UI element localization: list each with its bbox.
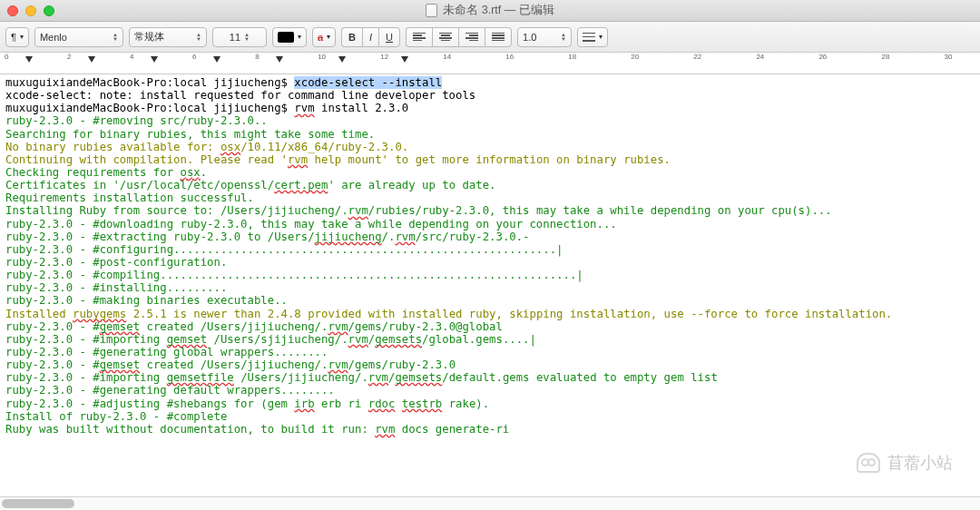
output-line: ruby-2.3.0 - #configuring...............… xyxy=(5,243,563,256)
paragraph-style-button[interactable]: ¶▾ xyxy=(5,27,29,47)
text-style-group: B I U xyxy=(341,27,400,47)
stepper-icon: ▲▼ xyxy=(244,33,250,42)
italic-button[interactable]: I xyxy=(362,27,378,47)
font-size-select[interactable]: 11 ▲▼ xyxy=(212,27,267,47)
output-line: ruby-2.3.0 - #removing src/ruby-2.3.0.. xyxy=(5,114,268,127)
stepper-icon: ▲▼ xyxy=(561,33,566,42)
align-right-button[interactable] xyxy=(458,27,485,47)
text-color-button[interactable]: ▾ xyxy=(272,27,307,47)
output-line: ruby-2.3.0 - #adjusting #shebangs for (g… xyxy=(5,397,489,410)
font-style-select[interactable]: 常规体 ▲▼ xyxy=(129,27,207,47)
align-center-button[interactable] xyxy=(432,27,458,47)
align-group xyxy=(406,27,512,47)
scrollbar-thumb[interactable] xyxy=(2,499,74,508)
output-line: ruby-2.3.0 - #importing gemset /Users/sj… xyxy=(5,333,536,346)
strike-icon: a xyxy=(318,32,323,43)
output-line: Continuing with compilation. Please read… xyxy=(5,153,671,166)
ruler[interactable]: 024681012141618202224262830 xyxy=(0,53,980,74)
bold-button[interactable]: B xyxy=(341,27,362,47)
window-title: 未命名 3.rtf — 已编辑 xyxy=(0,3,980,18)
format-toolbar: ¶▾ Menlo ▲▼ 常规体 ▲▼ 11 ▲▼ ▾ a ▾ B I U xyxy=(0,22,980,53)
watermark-text: 苜蓿小站 xyxy=(887,452,953,474)
output-line: Requirements installation successful. xyxy=(5,191,254,204)
output-line: No binary rubies available for: osx/10.1… xyxy=(5,141,408,153)
output-line: Ruby was built without documentation, to… xyxy=(5,423,509,436)
output-line: Searching for binary rubies, this might … xyxy=(5,128,375,141)
line-spacing-select[interactable]: 1.0 ▲▼ xyxy=(517,27,572,47)
title-text: 未命名 3.rtf — 已编辑 xyxy=(443,3,554,18)
stepper-icon: ▲▼ xyxy=(113,33,118,42)
align-left-button[interactable] xyxy=(406,27,432,47)
list-button[interactable]: ▾ xyxy=(577,27,608,47)
output-line: Installed rubygems 2.5.1 is newer than 2… xyxy=(5,308,892,320)
output-line: ruby-2.3.0 - #compiling.................… xyxy=(5,269,583,281)
output-line: ruby-2.3.0 - #installing......... xyxy=(5,281,227,294)
output-line: ruby-2.3.0 - #generating global wrappers… xyxy=(5,346,328,358)
output-line: Checking requirements for osx. xyxy=(5,166,207,179)
wechat-icon xyxy=(857,453,880,473)
output-line: ruby-2.3.0 - #generating default wrapper… xyxy=(5,384,335,397)
output-line: ruby-2.3.0 - #importing gemsetfile /User… xyxy=(5,371,718,384)
watermark: 苜蓿小站 xyxy=(857,452,953,474)
underline-button[interactable]: U xyxy=(378,27,400,47)
textedit-window: 未命名 3.rtf — 已编辑 ¶▾ Menlo ▲▼ 常规体 ▲▼ 11 ▲▼… xyxy=(0,0,980,510)
align-right-icon xyxy=(466,33,478,42)
titlebar: 未命名 3.rtf — 已编辑 xyxy=(0,0,980,22)
horizontal-scrollbar[interactable] xyxy=(0,496,980,510)
list-icon xyxy=(583,33,595,42)
output-line: ruby-2.3.0 - #gemset created /Users/jiji… xyxy=(5,358,456,371)
output-line: Certificates in '/usr/local/etc/openssl/… xyxy=(5,179,495,191)
output-line: xcode-select: note: install requested fo… xyxy=(5,89,475,102)
prompt: muxuguixiandeMacBook-Pro:local jijiuchen… xyxy=(5,76,294,89)
selected-text: xcode-select --install xyxy=(294,76,442,89)
color-swatch-icon xyxy=(278,32,294,43)
output-line: ruby-2.3.0 - #extracting ruby-2.3.0 to /… xyxy=(5,230,530,243)
output-line: ruby-2.3.0 - #making binaries executable… xyxy=(5,294,288,307)
output-line: ruby-2.3.0 - #gemset created /Users/jiji… xyxy=(5,320,503,333)
align-left-icon xyxy=(413,33,426,42)
output-line: Install of ruby-2.3.0 - #complete xyxy=(5,410,227,423)
document-icon xyxy=(426,4,437,17)
align-center-icon xyxy=(439,33,452,42)
align-justify-icon xyxy=(492,33,505,42)
align-justify-button[interactable] xyxy=(485,27,512,47)
prompt: muxuguixiandeMacBook-Pro:local jijiuchen… xyxy=(5,102,294,114)
strike-color-button[interactable]: a ▾ xyxy=(312,27,336,47)
document-content[interactable]: muxuguixiandeMacBook-Pro:local jijiuchen… xyxy=(0,74,980,496)
stepper-icon: ▲▼ xyxy=(196,33,201,42)
output-line: ruby-2.3.0 - #post-configuration. xyxy=(5,256,227,269)
output-line: ruby-2.3.0 - #downloading ruby-2.3.0, th… xyxy=(5,218,617,230)
font-select[interactable]: Menlo ▲▼ xyxy=(34,27,123,47)
output-line: Installing Ruby from source to: /Users/j… xyxy=(5,204,832,217)
